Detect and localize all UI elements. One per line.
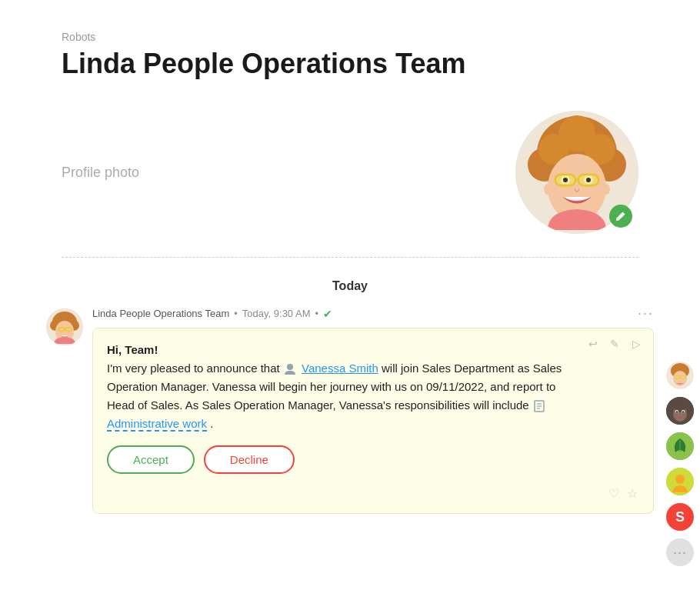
more-options-button[interactable]: ··· bbox=[638, 305, 654, 322]
svg-rect-28 bbox=[66, 328, 72, 331]
document-icon bbox=[532, 399, 546, 413]
greeting: Hi, Team! bbox=[107, 343, 158, 356]
body-before-mention: I'm very pleased to announce that bbox=[107, 362, 280, 375]
heart-icon[interactable]: ♡ bbox=[608, 486, 619, 501]
right-sidebar: S ··· bbox=[660, 354, 700, 574]
edit-message-icon[interactable]: ✎ bbox=[607, 336, 622, 352]
forward-icon[interactable]: ▷ bbox=[628, 336, 644, 352]
profile-photo-label: Profile photo bbox=[62, 165, 139, 181]
edit-icon bbox=[615, 211, 626, 222]
avatar-wrapper bbox=[515, 111, 638, 234]
message-content: Linda People Operations Team • Today, 9:… bbox=[92, 305, 654, 514]
svg-point-16 bbox=[586, 178, 591, 182]
svg-point-51 bbox=[675, 475, 685, 484]
star-icon[interactable]: ☆ bbox=[627, 486, 638, 501]
user-mention-link[interactable]: Vanessa Smith bbox=[302, 362, 378, 375]
message-bubble: ↩ ✎ ▷ Hi, Team! I'm very pleased to anno… bbox=[92, 328, 654, 514]
sidebar-avatar-5[interactable]: S bbox=[666, 503, 694, 531]
sender-avatar bbox=[46, 308, 83, 345]
message-text: Hi, Team! I'm very pleased to announce t… bbox=[107, 341, 639, 433]
sidebar-avatar-1[interactable] bbox=[666, 362, 694, 389]
mention-person-icon bbox=[283, 362, 297, 376]
profile-row: Profile photo bbox=[0, 103, 700, 257]
admin-work-link[interactable]: Administrative work bbox=[107, 417, 207, 432]
svg-point-47 bbox=[682, 411, 684, 412]
message-timestamp: Today, 9:30 AM bbox=[242, 308, 311, 319]
today-label: Today bbox=[0, 279, 700, 293]
page-title: Linda People Operations Team bbox=[62, 48, 638, 80]
decline-button[interactable]: Decline bbox=[204, 445, 295, 474]
breadcrumb: Robots bbox=[62, 31, 638, 43]
section-divider bbox=[62, 257, 638, 258]
sidebar-avatar-2[interactable] bbox=[666, 397, 694, 425]
sidebar-avatar-4[interactable] bbox=[666, 468, 694, 495]
message-meta: Linda People Operations Team • Today, 9:… bbox=[92, 305, 654, 322]
sidebar-avatar-more[interactable]: ··· bbox=[666, 538, 694, 566]
message-area: Linda People Operations Team • Today, 9:… bbox=[0, 305, 700, 514]
svg-point-17 bbox=[544, 184, 552, 195]
page-header: Robots Linda People Operations Team bbox=[0, 0, 700, 103]
svg-point-46 bbox=[676, 411, 678, 412]
message-buttons: Accept Decline bbox=[107, 445, 639, 474]
accept-button[interactable]: Accept bbox=[107, 445, 195, 474]
svg-point-6 bbox=[558, 115, 595, 152]
sidebar-avatar-3[interactable] bbox=[666, 432, 694, 460]
svg-rect-40 bbox=[681, 376, 685, 378]
svg-point-29 bbox=[287, 364, 293, 370]
edit-badge[interactable] bbox=[609, 205, 632, 228]
reply-icon[interactable]: ↩ bbox=[585, 336, 601, 352]
sender-name: Linda People Operations Team bbox=[92, 308, 229, 319]
body-end: . bbox=[210, 417, 213, 430]
svg-rect-39 bbox=[675, 376, 679, 378]
verified-check: ✔ bbox=[323, 308, 332, 320]
svg-rect-27 bbox=[59, 328, 65, 331]
svg-point-15 bbox=[563, 178, 568, 182]
svg-point-18 bbox=[602, 184, 610, 195]
message-footer: ♡ ☆ bbox=[107, 482, 639, 504]
